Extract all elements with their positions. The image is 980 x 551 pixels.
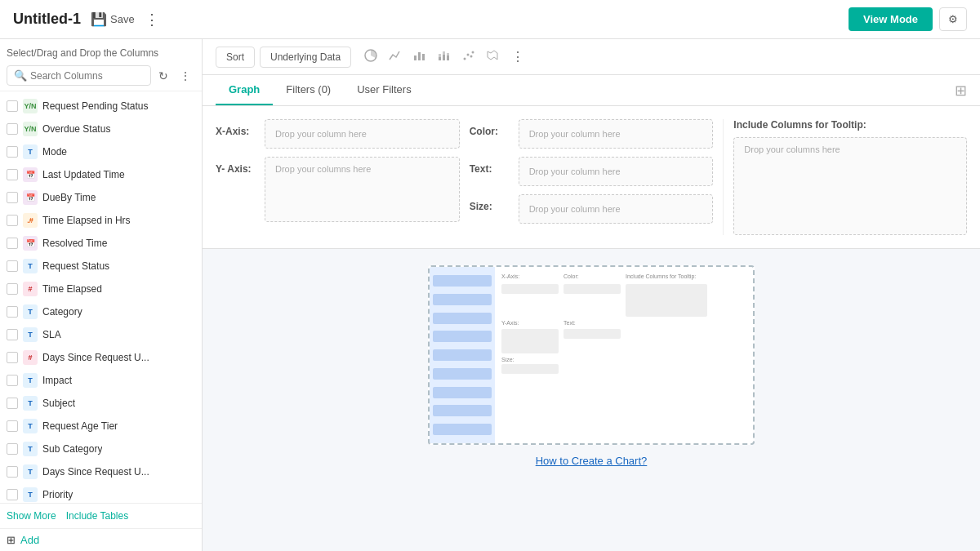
list-item[interactable]: T Mode [0,140,202,163]
list-item[interactable]: # Days Since Request U... [0,346,202,369]
col-checkbox[interactable] [7,443,18,455]
col-label: Request Pending Status [42,100,148,112]
col-checkbox[interactable] [7,169,18,180]
col-checkbox[interactable] [7,420,18,432]
content-area: Graph Filters (0) User Filters ⊞ X-Axis:… [203,75,980,551]
col-label: Category [42,306,82,318]
col-checkbox[interactable] [7,100,18,112]
col-label: Impact [42,375,72,386]
col-checkbox[interactable] [7,215,18,226]
list-item[interactable]: 📅 Last Updated Time [0,163,202,186]
underlying-data-button[interactable]: Underlying Data [260,47,351,68]
col-type-badge: .# [23,213,38,228]
col-checkbox[interactable] [7,466,18,478]
more-icon: ⋮ [180,69,191,82]
list-item[interactable]: T Impact [0,369,202,392]
list-item[interactable]: T Request Age Tier [0,415,202,438]
col-label: Sub Category [42,443,102,455]
text-drop-zone[interactable]: Drop your column here [519,157,714,186]
col-label: Resolved Time [42,238,107,249]
bar-chart-icon[interactable] [408,46,431,68]
add-label: Add [20,534,39,546]
preview-row [433,313,492,324]
tabs-panel: Graph Filters (0) User Filters ⊞ [203,75,980,106]
col-checkbox[interactable] [7,329,18,340]
col-label: Priority [42,489,73,500]
col-checkbox[interactable] [7,283,18,295]
sidebar-footer: Show More Include Tables [0,503,202,528]
list-item[interactable]: # Time Elapsed [0,278,202,300]
col-checkbox[interactable] [7,306,18,318]
col-checkbox[interactable] [7,192,18,203]
grid-view-icon[interactable]: ⊞ [955,82,967,100]
col-type-badge: Y/N [23,122,38,136]
svg-rect-8 [447,56,449,60]
stacked-bar-icon[interactable] [433,46,456,68]
size-drop-zone[interactable]: Drop your column here [519,194,714,224]
search-input[interactable] [30,70,144,82]
col-type-badge: 📅 [23,167,38,182]
save-button[interactable]: 💾 Save [91,11,135,27]
color-drop-zone[interactable]: Drop your column here [519,119,714,149]
list-item[interactable]: T Priority [0,483,202,503]
preview-row [433,294,492,305]
graph-config: X-Axis: Drop your column here Y- Axis: D… [203,106,980,249]
pie-chart-icon[interactable] [359,46,382,68]
x-axis-label: X-Axis: [216,119,258,137]
col-checkbox[interactable] [7,238,18,249]
col-type-badge: T [23,442,38,456]
sidebar-more-button[interactable]: ⋮ [176,67,195,85]
line-chart-icon[interactable] [384,46,407,68]
include-tables-button[interactable]: Include Tables [66,510,129,522]
add-row[interactable]: ⊞ Add [0,528,202,551]
chart-icons: ⋮ [359,46,529,68]
sort-button[interactable]: Sort [216,47,255,68]
col-label: Time Elapsed in Hrs [42,215,131,226]
col-checkbox[interactable] [7,146,18,158]
list-item[interactable]: T Category [0,300,202,323]
search-row: 🔍 ↻ ⋮ [7,65,195,86]
col-checkbox[interactable] [7,352,18,363]
list-item[interactable]: T SLA [0,323,202,346]
view-mode-button[interactable]: View Mode [849,7,933,31]
size-row: Size: Drop your column here [470,194,714,224]
refresh-button[interactable]: ↻ [154,67,172,85]
tooltip-drop-zone[interactable]: Drop your columns here [733,137,967,235]
tab-graph[interactable]: Graph [216,75,273,105]
x-axis-drop-zone[interactable]: Drop your column here [265,119,460,149]
list-item[interactable]: 📅 Resolved Time [0,232,202,255]
col-type-badge: T [23,419,38,433]
svg-rect-6 [443,55,445,60]
list-item[interactable]: .# Time Elapsed in Hrs [0,209,202,232]
y-axis-drop-zone[interactable]: Drop your columns here [265,157,460,222]
list-item[interactable]: T Days Since Request U... [0,460,202,483]
col-type-badge: T [23,373,38,388]
tab-filters[interactable]: Filters (0) [273,75,344,105]
col-checkbox[interactable] [7,123,18,135]
list-item[interactable]: Y/N Request Pending Status [0,95,202,118]
map-chart-icon[interactable] [482,46,505,68]
list-item[interactable]: 📅 DueBy Time [0,186,202,209]
col-type-badge: T [23,259,38,273]
list-item[interactable]: T Request Status [0,255,202,278]
list-item[interactable]: T Sub Category [0,438,202,460]
col-type-badge: # [23,282,38,296]
settings-button[interactable]: ⚙ [939,7,967,31]
col-checkbox[interactable] [7,489,18,500]
how-to-chart-link[interactable]: How to Create a Chart? [536,455,648,467]
preview-row [433,405,492,416]
topbar-left: Untitled-1 💾 Save ⋮ [13,11,159,29]
chart-more-button[interactable]: ⋮ [506,46,529,68]
show-more-button[interactable]: Show More [7,510,56,522]
col-label: Request Age Tier [42,420,118,432]
scatter-chart-icon[interactable] [457,46,480,68]
svg-rect-3 [422,54,425,60]
col-checkbox[interactable] [7,260,18,272]
col-checkbox[interactable] [7,375,18,386]
list-item[interactable]: T Subject [0,392,202,415]
more-options-icon[interactable]: ⋮ [145,11,159,29]
tab-user-filters[interactable]: User Filters [344,75,424,105]
col-checkbox[interactable] [7,398,18,409]
col-type-badge: Y/N [23,99,38,113]
list-item[interactable]: Y/N Overdue Status [0,118,202,140]
